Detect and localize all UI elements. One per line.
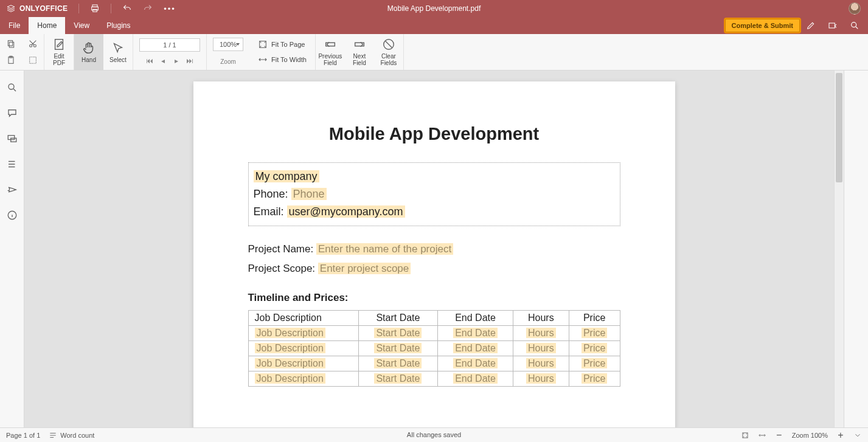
table-field[interactable]: Job Description	[255, 358, 325, 368]
more-icon[interactable]: •••	[164, 4, 176, 13]
first-page-button[interactable]: ⏮	[145, 56, 155, 66]
table-field[interactable]: Hours	[526, 328, 556, 338]
zoom-preset-icon[interactable]	[853, 431, 862, 440]
zoom-out-button[interactable]: −	[775, 430, 783, 441]
copy-button[interactable]	[4, 37, 18, 50]
cut-button[interactable]	[26, 37, 40, 50]
page-input[interactable]: 1 / 1	[139, 38, 200, 52]
fit-width-status-icon[interactable]	[758, 431, 766, 440]
search-icon[interactable]	[850, 21, 859, 30]
email-label: Email:	[254, 205, 284, 218]
table-field[interactable]: Job Description	[255, 343, 325, 353]
table-field[interactable]: Start Date	[374, 373, 422, 384]
page-nav: ⏮ ◂ ▸ ⏭	[139, 56, 200, 66]
table-field[interactable]: Price	[582, 343, 607, 353]
table-cell: End Date	[438, 341, 513, 356]
table-cell: Hours	[513, 371, 569, 387]
app-name: ONLYOFFICE	[19, 4, 68, 13]
table-field[interactable]: End Date	[453, 373, 498, 384]
table-field[interactable]: Job Description	[255, 373, 325, 384]
table-field[interactable]: Job Description	[255, 328, 325, 338]
project-scope-label: Project Scope:	[248, 263, 316, 274]
feedback-icon[interactable]	[6, 184, 18, 196]
table-field[interactable]: Start Date	[374, 358, 422, 368]
fit-to-page-button[interactable]: Fit To Page	[255, 38, 309, 51]
table-field[interactable]: End Date	[453, 343, 498, 353]
comments-icon[interactable]	[6, 107, 18, 119]
table-cell: Job Description	[248, 356, 358, 371]
table-row: Job DescriptionStart DateEnd DateHoursPr…	[248, 341, 620, 356]
project-scope-field[interactable]: Enter project scope	[318, 263, 411, 274]
table-field[interactable]: Price	[582, 358, 607, 368]
zoom-label: Zoom	[220, 58, 236, 66]
canvas[interactable]: Mobile App Development My company Phone:…	[24, 71, 844, 427]
scrollbar-thumb[interactable]	[836, 73, 842, 182]
fit-page-status-icon[interactable]	[741, 431, 749, 440]
table-field[interactable]: End Date	[453, 328, 498, 338]
th-hours: Hours	[513, 311, 569, 326]
project-name-label: Project Name:	[248, 243, 314, 255]
hand-tool-button[interactable]: Hand	[74, 34, 103, 70]
complete-submit-button[interactable]: Complete & Submit	[725, 19, 800, 32]
open-location-icon[interactable]	[828, 21, 838, 30]
zoom-input[interactable]: 100%	[213, 38, 243, 51]
table-cell: Start Date	[358, 326, 438, 341]
svg-rect-5	[9, 42, 13, 47]
tab-view[interactable]: View	[65, 17, 98, 34]
table-field[interactable]: Hours	[526, 373, 556, 384]
word-count-button[interactable]: Word count	[49, 431, 94, 440]
tab-file[interactable]: File	[0, 17, 29, 34]
tab-home[interactable]: Home	[29, 17, 65, 34]
svg-point-4	[852, 22, 856, 27]
project-name-field[interactable]: Enter the name of the project	[316, 243, 453, 255]
status-bar: Page 1 of 1 Word count − Zoom 100% +	[0, 427, 868, 442]
table-field[interactable]: Start Date	[374, 343, 422, 353]
undo-icon[interactable]	[122, 4, 132, 13]
right-rail	[844, 71, 868, 427]
paste-button[interactable]	[4, 54, 18, 67]
table-field[interactable]: End Date	[453, 358, 498, 368]
table-field[interactable]: Hours	[526, 358, 556, 368]
next-field-button[interactable]: Next Field	[345, 34, 374, 70]
email-field[interactable]: user@mycompany.com	[287, 205, 405, 218]
print-icon[interactable]	[90, 4, 100, 13]
status-zoom[interactable]: Zoom 100%	[792, 432, 828, 439]
app-logo[interactable]: ONLYOFFICE	[6, 4, 68, 13]
next-page-button[interactable]: ▸	[172, 56, 181, 66]
table-row: Job DescriptionStart DateEnd DateHoursPr…	[248, 326, 620, 341]
edit-pdf-button[interactable]: Edit PDF	[44, 34, 74, 70]
phone-field[interactable]: Phone	[291, 188, 327, 200]
chat-icon[interactable]	[6, 133, 18, 145]
table-field[interactable]: Hours	[526, 343, 556, 353]
fit-to-width-button[interactable]: Fit To Width	[255, 54, 309, 67]
table-field[interactable]: Start Date	[374, 328, 422, 338]
tab-plugins[interactable]: Plugins	[98, 17, 139, 34]
table-field[interactable]: Price	[582, 328, 607, 338]
table-cell: End Date	[438, 371, 513, 387]
table-cell: Start Date	[358, 356, 438, 371]
company-field[interactable]: My company	[254, 170, 319, 182]
last-page-button[interactable]: ⏭	[185, 56, 195, 66]
find-icon[interactable]	[6, 81, 18, 94]
clear-fields-button[interactable]: Clear Fields	[374, 34, 403, 70]
doc-title: Mobile App Development	[248, 124, 620, 144]
headings-icon[interactable]	[6, 158, 18, 170]
th-price: Price	[569, 311, 620, 326]
vertical-scrollbar[interactable]	[834, 71, 844, 427]
select-all-button[interactable]	[26, 54, 40, 67]
edit-icon[interactable]	[806, 21, 816, 30]
prev-page-button[interactable]: ◂	[158, 56, 168, 66]
previous-field-button[interactable]: Previous Field	[316, 34, 345, 70]
zoom-in-button[interactable]: +	[836, 430, 845, 441]
table-cell: Start Date	[358, 341, 438, 356]
select-tool-button[interactable]: Select	[103, 34, 133, 70]
status-page[interactable]: Page 1 of 1	[6, 432, 40, 439]
user-avatar[interactable]	[849, 2, 861, 15]
table-cell: End Date	[438, 326, 513, 341]
timeline-heading: Timeline and Prices:	[248, 292, 620, 304]
redo-icon[interactable]	[143, 4, 153, 13]
table-cell: Job Description	[248, 371, 358, 387]
table-field[interactable]: Price	[582, 373, 607, 384]
about-icon[interactable]	[6, 209, 18, 221]
table-cell: Job Description	[248, 341, 358, 356]
